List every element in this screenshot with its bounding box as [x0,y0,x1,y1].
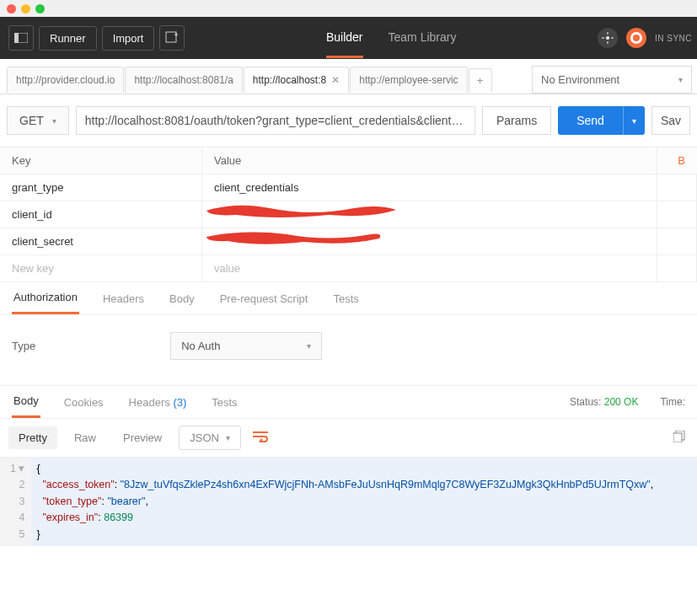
send-dropdown[interactable]: ▾ [623,106,645,135]
column-header-value: Value [202,147,657,174]
maximize-window-icon[interactable] [35,4,45,13]
column-header-key: Key [0,147,202,174]
tab-team-library[interactable]: Team Library [389,19,457,58]
bulk-edit-button[interactable]: B [657,147,697,174]
interceptor-icon[interactable] [598,28,618,48]
close-window-icon[interactable] [7,4,16,13]
view-raw[interactable]: Raw [64,426,106,449]
params-button[interactable]: Params [482,106,551,135]
auth-section: Type No Auth▾ [0,315,697,386]
param-key[interactable]: client_id [0,201,202,228]
view-pretty[interactable]: Pretty [8,426,57,449]
response-body[interactable]: 1 ▾2345 { "access_token": "8Jzw_tuVfqsZk… [0,458,697,546]
add-tab-button[interactable]: + [469,68,492,92]
chevron-down-icon: ▾ [52,116,56,126]
request-tab[interactable]: http://localhost:8✕ [244,67,349,93]
chevron-down-icon: ▾ [307,341,311,351]
line-gutter: 1 ▾2345 [0,458,31,546]
wrap-lines-icon[interactable] [248,431,273,446]
tab-headers[interactable]: Headers [101,284,146,313]
view-preview[interactable]: Preview [113,426,172,449]
param-key[interactable]: grant_type [0,174,202,201]
tab-builder[interactable]: Builder [326,19,363,58]
tab-authorization[interactable]: Authorization [12,282,79,314]
method-select[interactable]: GET▾ [7,106,69,135]
svg-rect-2 [166,32,176,42]
tab-body[interactable]: Body [168,284,196,313]
param-key[interactable]: client_secret [0,228,202,255]
format-select[interactable]: JSON▾ [179,426,241,450]
sync-status-label: IN SYNC [655,34,692,43]
request-tab[interactable]: http://localhost:8081/a [125,67,242,93]
param-value[interactable]: client_credentials [202,174,657,201]
request-line: GET▾ http://localhost:8081/oauth/token?g… [0,94,697,147]
param-value[interactable] [202,201,657,228]
param-value-new[interactable]: value [202,255,657,282]
tab-response-headers[interactable]: Headers (3) [127,388,189,417]
close-icon[interactable]: ✕ [331,74,340,86]
tab-response-cookies[interactable]: Cookies [62,388,105,417]
request-tabs: http://provider.cloud.io http://localhos… [0,59,532,94]
environment-select[interactable]: No Environment▾ [532,66,692,94]
svg-rect-12 [673,433,682,442]
tab-tests[interactable]: Tests [331,284,360,313]
auth-type-label: Type [12,340,35,352]
top-toolbar: Runner Import Builder Team Library IN SY… [0,17,697,59]
chevron-down-icon: ▾ [226,433,230,442]
minimize-window-icon[interactable] [21,4,30,13]
param-value[interactable] [202,228,657,255]
send-button[interactable]: Send ▾ [558,106,645,135]
tab-response-body[interactable]: Body [12,386,40,418]
toggle-sidebar-button[interactable] [8,25,34,51]
param-key-new[interactable]: New key [0,255,202,282]
params-table: Key Value B grant_type client_credential… [0,147,697,282]
response-toolbar: Pretty Raw Preview JSON▾ [0,419,697,458]
tab-prerequest[interactable]: Pre-request Script [218,284,310,313]
tab-response-tests[interactable]: Tests [210,388,239,417]
sync-status-icon[interactable] [626,28,646,48]
response-status: Status: 200 OK [570,396,638,408]
import-button[interactable]: Import [102,26,155,51]
new-tab-button[interactable] [159,25,185,51]
chevron-down-icon: ▾ [678,75,683,84]
request-config-tabs: Authorization Headers Body Pre-request S… [0,282,697,315]
response-time: Time: [660,396,685,408]
url-input[interactable]: http://localhost:8081/oauth/token?grant_… [76,106,475,135]
titlebar [0,0,697,17]
request-tab[interactable]: http://provider.cloud.io [7,67,124,93]
copy-icon[interactable] [673,431,689,445]
response-tabs: Body Cookies Headers (3) Tests Status: 2… [0,386,697,419]
runner-button[interactable]: Runner [39,26,97,51]
svg-rect-1 [14,33,19,43]
request-tab[interactable]: http://employee-servic [350,67,467,93]
auth-type-select[interactable]: No Auth▾ [170,332,322,360]
svg-point-5 [606,36,609,40]
save-button[interactable]: Sav [651,106,690,135]
